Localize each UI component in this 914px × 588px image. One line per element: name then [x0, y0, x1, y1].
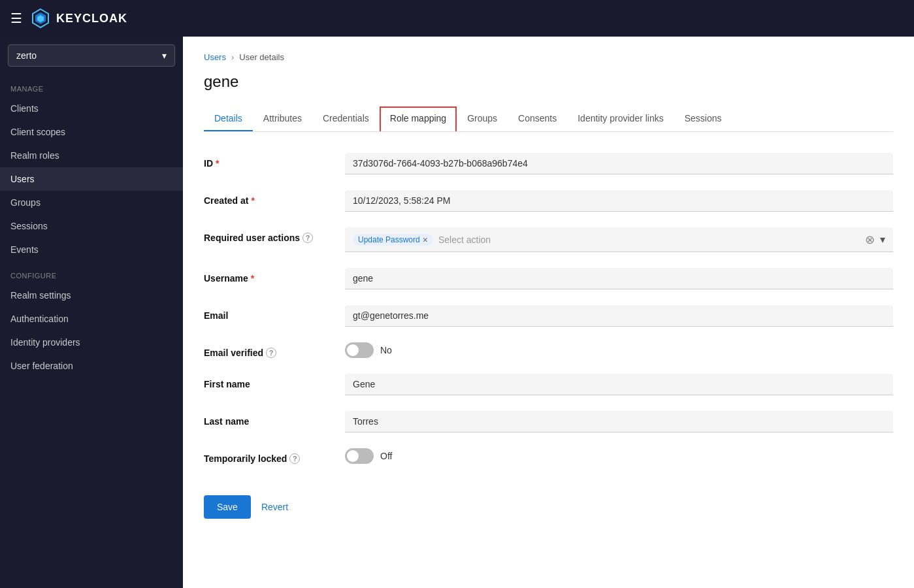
tab-credentials[interactable]: Credentials — [312, 106, 380, 131]
logo-text: KEYCLOAK — [56, 12, 127, 25]
email-field[interactable] — [345, 305, 893, 327]
username-field[interactable] — [345, 268, 893, 289]
keycloak-logo-icon — [30, 8, 51, 29]
required-actions-label: Required user actions ? — [204, 227, 335, 243]
breadcrumb-users-link[interactable]: Users — [204, 52, 226, 62]
field-clear-button[interactable]: ⊗ — [862, 232, 877, 248]
breadcrumb: Users › User details — [204, 52, 893, 62]
email-value — [345, 305, 893, 327]
sidebar-item-sessions[interactable]: Sessions — [0, 214, 183, 238]
temporarily-locked-label: Temporarily locked ? — [204, 448, 335, 464]
created-at-row: Created at * — [204, 190, 893, 212]
last-name-field[interactable] — [345, 411, 893, 433]
sidebar-section-configure: Configure Realm settings Authentication … — [0, 261, 183, 378]
temporarily-locked-help-icon[interactable]: ? — [289, 453, 300, 464]
realm-dropdown-icon: ▾ — [162, 50, 167, 61]
breadcrumb-separator: › — [231, 52, 234, 62]
tab-groups[interactable]: Groups — [457, 106, 508, 131]
id-required-asterisk: * — [216, 158, 219, 169]
tab-attributes[interactable]: Attributes — [253, 106, 312, 131]
username-required-asterisk: * — [251, 273, 254, 284]
email-verified-toggle-container: No — [345, 342, 392, 358]
id-field[interactable] — [345, 153, 893, 174]
username-row: Username * — [204, 268, 893, 289]
required-actions-help-icon[interactable]: ? — [302, 233, 313, 243]
id-value — [345, 153, 893, 174]
temporarily-locked-toggle[interactable] — [345, 448, 374, 464]
email-verified-no-label: No — [380, 345, 392, 355]
hamburger-icon[interactable]: ☰ — [10, 10, 22, 26]
sidebar-item-realm-settings[interactable]: Realm settings — [0, 284, 183, 307]
created-at-required-asterisk: * — [251, 195, 254, 206]
sidebar: zerto ▾ Manage Clients Client scopes Rea… — [0, 37, 183, 588]
first-name-label: First name — [204, 374, 335, 389]
realm-selector[interactable]: zerto ▾ — [8, 44, 175, 67]
page-title: gene — [204, 73, 893, 91]
email-verified-help-icon[interactable]: ? — [266, 348, 276, 358]
select-action-placeholder[interactable]: Select action — [438, 235, 491, 245]
tabs: Details Attributes Credentials Role mapp… — [204, 106, 893, 132]
sidebar-item-user-federation[interactable]: User federation — [0, 354, 183, 378]
sidebar-item-identity-providers[interactable]: Identity providers — [0, 331, 183, 354]
created-at-value — [345, 190, 893, 212]
sidebar-item-events[interactable]: Events — [0, 238, 183, 261]
topbar: ☰ KEYCLOAK — [0, 0, 914, 37]
last-name-value — [345, 411, 893, 433]
sidebar-item-groups[interactable]: Groups — [0, 191, 183, 214]
temporarily-locked-slider — [345, 448, 374, 464]
sidebar-item-realm-roles[interactable]: Realm roles — [0, 144, 183, 167]
email-verified-value: No — [345, 342, 893, 358]
last-name-label: Last name — [204, 411, 335, 427]
sidebar-item-clients[interactable]: Clients — [0, 97, 183, 120]
update-password-tag: Update Password × — [353, 234, 433, 246]
sidebar-item-client-scopes[interactable]: Client scopes — [0, 120, 183, 144]
manage-section-label: Manage — [0, 74, 183, 97]
required-actions-field[interactable]: Update Password × Select action ⊗ ▾ — [345, 227, 893, 252]
tab-consents[interactable]: Consents — [508, 106, 567, 131]
sidebar-item-users[interactable]: Users — [0, 167, 183, 191]
username-label: Username * — [204, 268, 335, 284]
id-label: ID * — [204, 153, 335, 169]
update-password-label: Update Password — [358, 235, 420, 244]
email-row: Email — [204, 305, 893, 327]
realm-name: zerto — [16, 50, 37, 61]
tab-sessions[interactable]: Sessions — [674, 106, 732, 131]
email-label: Email — [204, 305, 335, 321]
tab-details[interactable]: Details — [204, 106, 253, 131]
field-dropdown-button[interactable]: ▾ — [880, 233, 885, 246]
configure-section-label: Configure — [0, 261, 183, 284]
temporarily-locked-off-label: Off — [380, 451, 392, 461]
first-name-row: First name — [204, 374, 893, 395]
email-verified-slider — [345, 342, 374, 358]
revert-button[interactable]: Revert — [259, 495, 291, 519]
created-at-label: Created at * — [204, 190, 335, 206]
first-name-value — [345, 374, 893, 395]
temporarily-locked-toggle-container: Off — [345, 448, 392, 464]
email-verified-label: Email verified ? — [204, 342, 335, 358]
save-button[interactable]: Save — [204, 495, 251, 519]
sidebar-item-authentication[interactable]: Authentication — [0, 307, 183, 331]
id-row: ID * — [204, 153, 893, 174]
username-value — [345, 268, 893, 289]
required-actions-row: Required user actions ? Update Password … — [204, 227, 893, 252]
breadcrumb-current: User details — [239, 52, 284, 62]
logo: KEYCLOAK — [30, 8, 127, 29]
email-verified-toggle[interactable] — [345, 342, 374, 358]
update-password-remove[interactable]: × — [423, 235, 428, 244]
action-buttons: Save Revert — [204, 480, 893, 519]
content-area: Users › User details gene Details Attrib… — [183, 37, 914, 588]
last-name-row: Last name — [204, 411, 893, 433]
temporarily-locked-value: Off — [345, 448, 893, 464]
tab-identity-provider-links[interactable]: Identity provider links — [567, 106, 674, 131]
actions-field-controls: ⊗ ▾ — [862, 232, 885, 248]
tab-role-mapping[interactable]: Role mapping — [380, 106, 457, 131]
required-actions-value: Update Password × Select action ⊗ ▾ — [345, 227, 893, 252]
temporarily-locked-row: Temporarily locked ? Off — [204, 448, 893, 464]
first-name-field[interactable] — [345, 374, 893, 395]
email-verified-row: Email verified ? No — [204, 342, 893, 358]
main-layout: zerto ▾ Manage Clients Client scopes Rea… — [0, 37, 914, 588]
sidebar-section-manage: Manage Clients Client scopes Realm roles… — [0, 74, 183, 261]
created-at-field[interactable] — [345, 190, 893, 212]
